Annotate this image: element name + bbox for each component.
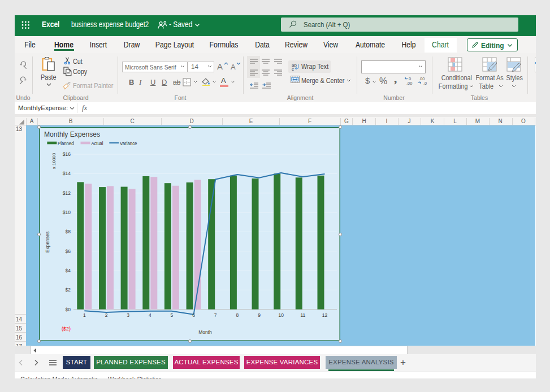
svg-text:3: 3 [127,312,129,318]
svg-text:Month: Month [198,329,212,335]
svg-text:$10: $10 [63,210,71,215]
svg-text:$2: $2 [66,287,71,293]
svg-text:$8: $8 [66,229,71,234]
svg-text:4: 4 [149,312,151,318]
svg-text:x 10000: x 10000 [51,153,57,169]
svg-text:Monthly Expenses: Monthly Expenses [44,130,100,138]
svg-text:11: 11 [300,312,305,318]
svg-text:Actual: Actual [92,141,103,146]
svg-text:$0: $0 [66,307,71,312]
svg-text:9: 9 [258,312,261,318]
svg-text:10: 10 [278,312,284,318]
svg-text:1: 1 [83,312,86,318]
svg-text:Expenses: Expenses [45,232,50,252]
svg-text:$4: $4 [66,268,71,273]
svg-text:($2): ($2) [62,326,71,332]
svg-text:.0: .0 [423,81,427,85]
svg-text:c: c [292,67,294,71]
svg-text:6: 6 [192,312,195,318]
svg-text:5: 5 [171,312,174,318]
svg-text:7: 7 [214,312,217,318]
svg-text:8: 8 [236,312,239,318]
svg-text:$14: $14 [63,171,71,176]
svg-text:Planned: Planned [58,141,74,146]
svg-text:12: 12 [322,312,328,318]
svg-text:2: 2 [105,312,108,318]
svg-text:$6: $6 [66,249,71,254]
svg-text:.00: .00 [406,81,412,85]
svg-text:Variance: Variance [120,141,137,146]
svg-text:$12: $12 [63,190,71,196]
svg-text:$16: $16 [63,151,71,157]
